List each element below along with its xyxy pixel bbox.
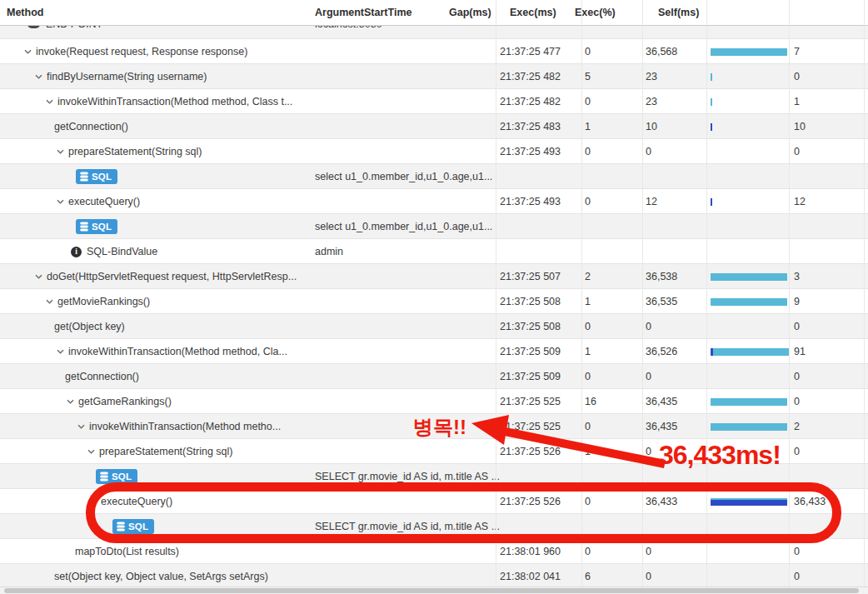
exec-percent-cell [711, 114, 794, 139]
exec-percent-cell [711, 364, 794, 389]
exec-bar [711, 48, 787, 56]
gap-cell: 0 [585, 139, 646, 163]
trace-row[interactable]: executeQuery()21:37:25 526036,43336,433 [0, 489, 868, 514]
trace-row[interactable]: getConnection()21:37:25 48311010 [0, 114, 868, 139]
column-separator [496, 0, 496, 587]
tree-indent [0, 377, 65, 377]
trace-row[interactable]: invoke(Request request, Response respons… [0, 39, 868, 64]
chevron-down-icon[interactable] [89, 499, 97, 504]
self-cell: 0 [794, 139, 868, 163]
exec-percent-cell [711, 39, 794, 64]
chevron-down-icon[interactable] [87, 449, 95, 454]
column-header-start[interactable]: StartTime [364, 0, 449, 25]
sql-bindvalue-row[interactable]: iSQL-BindValueadmin [0, 239, 868, 264]
trace-row[interactable]: findByUsername(String username)21:37:25 … [0, 64, 868, 89]
start-time-cell [500, 214, 585, 238]
method-label: getGameRankings() [78, 389, 172, 414]
column-separator [581, 0, 582, 587]
exec-bar [711, 298, 787, 306]
chevron-down-icon[interactable] [24, 49, 32, 54]
trace-row[interactable]: mapToDto(List results)21:38:01 960000 [0, 539, 868, 564]
exec-cell: 36,433 [646, 489, 711, 513]
start-time-cell: 21:37:25 525 [500, 389, 585, 413]
endpoint-row[interactable]: END POINTlocalhost:8080 [0, 26, 868, 39]
exec-cell: 0 [646, 539, 711, 563]
exec-percent-cell [711, 214, 794, 239]
gap-cell: 0 [585, 364, 646, 388]
chevron-down-icon[interactable] [46, 299, 53, 304]
exec-bar [711, 423, 787, 431]
column-header-self[interactable]: Self(ms) [658, 0, 732, 25]
trace-row[interactable]: invokeWithinTransaction(Method method, C… [0, 89, 868, 114]
bottleneck-label: 병목!! [413, 414, 466, 441]
method-label: executeQuery() [68, 189, 140, 214]
start-time-cell [500, 239, 585, 263]
chevron-down-icon[interactable] [67, 399, 74, 404]
column-header-argument[interactable]: Argument [315, 0, 364, 25]
scrollbar-thumb[interactable] [4, 588, 859, 593]
method-cell: invokeWithinTransaction(Method method, C… [0, 89, 315, 114]
trace-row[interactable]: getGameRankings()21:37:25 5251636,4350 [0, 389, 868, 414]
trace-row[interactable]: prepareStatement(String sql)21:37:25 493… [0, 139, 868, 164]
trace-row[interactable]: invokeWithinTransaction(Method method, C… [0, 339, 868, 364]
method-label: prepareStatement(String sql) [68, 139, 202, 164]
exec-bar [711, 348, 790, 356]
chevron-down-icon[interactable] [35, 274, 42, 279]
chevron-down-icon[interactable] [57, 199, 64, 204]
exec-bar [711, 398, 787, 406]
gap-cell [585, 464, 646, 488]
trace-row[interactable]: get(Object key)21:37:25 508000 [0, 314, 868, 339]
profiler-call-tree: MethodArgumentStartTimeGap(ms)Exec(ms)Ex… [0, 0, 868, 589]
self-cell: 9 [794, 289, 868, 313]
exec-cell: 12 [646, 189, 711, 213]
duration-label: 36,433ms! [659, 440, 781, 471]
exec-cell: 0 [646, 314, 711, 338]
chevron-down-icon[interactable] [77, 424, 85, 429]
argument-cell: select u1_0.member_id,u1_0.age,u1... [315, 214, 500, 238]
tree-indent [0, 477, 96, 477]
exec-cell [646, 164, 711, 188]
gap-cell: 2 [585, 264, 646, 288]
argument-cell [315, 89, 500, 113]
gap-cell: 5 [585, 64, 646, 88]
tree-indent [0, 402, 67, 402]
sql-badge-label: SQL [92, 171, 112, 182]
column-header-pct[interactable]: Exec(%) [575, 0, 658, 25]
exec-percent-cell [711, 26, 794, 37]
tree-indent [0, 252, 71, 252]
gap-cell: 6 [585, 564, 646, 588]
self-cell [794, 239, 868, 263]
tree-indent [0, 77, 35, 77]
exec-percent-cell [711, 339, 794, 364]
chevron-down-icon[interactable] [35, 74, 42, 79]
start-time-cell: 21:37:25 507 [500, 264, 585, 288]
table-body: END POINTlocalhost:8080invoke(Request re… [0, 26, 868, 589]
chevron-down-icon[interactable] [46, 99, 53, 104]
sql-row[interactable]: SQLselect u1_0.member_id,u1_0.age,u1... [0, 164, 868, 189]
column-header-gap[interactable]: Gap(ms) [449, 0, 510, 25]
chevron-down-icon[interactable] [57, 149, 64, 154]
gap-cell: 1 [585, 339, 646, 363]
start-time-cell [500, 164, 585, 188]
exec-cell [646, 239, 711, 263]
trace-row[interactable]: getMovieRankings()21:37:25 508136,5359 [0, 289, 868, 314]
sql-row[interactable]: SQLSELECT gr.movie_id AS id, m.title AS … [0, 514, 868, 539]
trace-row[interactable]: executeQuery()21:37:25 49301212 [0, 189, 868, 214]
self-cell: 10 [794, 114, 868, 138]
method-cell: set(Object key, Object value, SetArgs se… [0, 564, 315, 589]
column-header-method[interactable]: Method [0, 0, 315, 25]
sql-row[interactable]: SQLselect u1_0.member_id,u1_0.age,u1... [0, 214, 868, 239]
trace-row[interactable]: set(Object key, Object value, SetArgs se… [0, 564, 868, 589]
chevron-down-icon[interactable] [57, 349, 64, 354]
column-header-exec[interactable]: Exec(ms) [510, 0, 575, 25]
sql-badge: SQL [96, 469, 137, 484]
exec-percent-cell [711, 514, 794, 539]
trace-row[interactable]: getConnection()21:37:25 509000 [0, 364, 868, 389]
argument-cell [315, 414, 500, 438]
horizontal-scrollbar[interactable] [0, 587, 868, 594]
tree-indent [0, 127, 54, 127]
self-cell: 0 [794, 389, 868, 413]
gap-cell: 0 [585, 539, 646, 563]
self-cell [794, 464, 868, 488]
trace-row[interactable]: doGet(HttpServletRequest request, HttpSe… [0, 264, 868, 289]
